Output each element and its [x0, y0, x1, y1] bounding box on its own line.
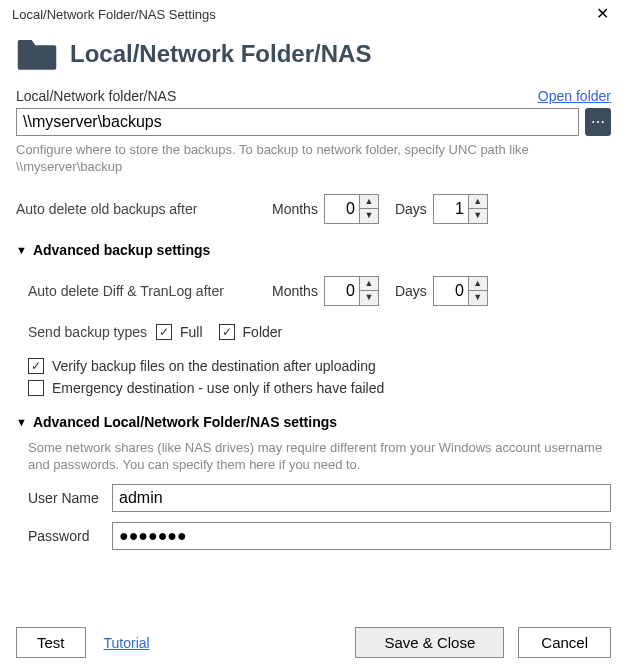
path-hint: Configure where to store the backups. To… — [16, 142, 611, 176]
full-checkbox[interactable]: ✓ — [156, 324, 172, 340]
dialog-header: Local/Network Folder/NAS — [0, 28, 627, 88]
send-types-label: Send backup types — [28, 324, 156, 340]
emergency-checkbox[interactable] — [28, 380, 44, 396]
password-label: Password — [28, 528, 112, 544]
diff-months-label: Months — [272, 283, 318, 299]
spin-up-icon[interactable]: ▲ — [469, 195, 487, 209]
advanced-backup-title: Advanced backup settings — [33, 242, 210, 258]
advanced-backup-toggle[interactable]: ▼ Advanced backup settings — [16, 242, 611, 258]
open-folder-link[interactable]: Open folder — [538, 88, 611, 104]
advanced-backup-section: ▼ Advanced backup settings Auto delete D… — [0, 242, 627, 396]
folder-icon — [16, 36, 58, 72]
path-input[interactable] — [16, 108, 579, 136]
folder-checkbox[interactable]: ✓ — [219, 324, 235, 340]
path-label: Local/Network folder/NAS — [16, 88, 176, 104]
verify-checkbox[interactable]: ✓ — [28, 358, 44, 374]
close-icon[interactable]: ✕ — [590, 4, 615, 24]
days-input[interactable] — [433, 194, 469, 224]
browse-button[interactable]: ⋯ — [585, 108, 611, 136]
test-button[interactable]: Test — [16, 627, 86, 658]
folder-label: Folder — [243, 324, 283, 340]
months-input[interactable] — [324, 194, 360, 224]
username-label: User Name — [28, 490, 112, 506]
emergency-label: Emergency destination - use only if othe… — [52, 380, 384, 396]
days-label: Days — [395, 201, 427, 217]
months-label: Months — [272, 201, 318, 217]
spin-down-icon[interactable]: ▼ — [360, 291, 378, 305]
chevron-down-icon: ▼ — [16, 244, 27, 256]
tutorial-link[interactable]: Tutorial — [104, 635, 150, 651]
diff-months-input[interactable] — [324, 276, 360, 306]
chevron-down-icon: ▼ — [16, 416, 27, 428]
diff-months-spinner[interactable]: ▲ ▼ — [324, 276, 379, 306]
spin-down-icon[interactable]: ▼ — [469, 209, 487, 223]
spin-down-icon[interactable]: ▼ — [469, 291, 487, 305]
spin-up-icon[interactable]: ▲ — [469, 277, 487, 291]
path-section: Local/Network folder/NAS Open folder ⋯ C… — [0, 88, 627, 176]
days-spinner[interactable]: ▲ ▼ — [433, 194, 488, 224]
username-input[interactable] — [112, 484, 611, 512]
verify-label: Verify backup files on the destination a… — [52, 358, 376, 374]
advanced-nas-section: ▼ Advanced Local/Network Folder/NAS sett… — [0, 414, 627, 550]
spin-up-icon[interactable]: ▲ — [360, 277, 378, 291]
diff-days-input[interactable] — [433, 276, 469, 306]
diff-days-spinner[interactable]: ▲ ▼ — [433, 276, 488, 306]
spin-down-icon[interactable]: ▼ — [360, 209, 378, 223]
ellipsis-icon: ⋯ — [591, 114, 605, 130]
password-input[interactable] — [112, 522, 611, 550]
cancel-button[interactable]: Cancel — [518, 627, 611, 658]
diff-label: Auto delete Diff & TranLog after — [28, 283, 256, 299]
months-spinner[interactable]: ▲ ▼ — [324, 194, 379, 224]
nas-hint: Some network shares (like NAS drives) ma… — [28, 440, 611, 474]
advanced-nas-toggle[interactable]: ▼ Advanced Local/Network Folder/NAS sett… — [16, 414, 611, 430]
spin-up-icon[interactable]: ▲ — [360, 195, 378, 209]
title-bar: Local/Network Folder/NAS Settings ✕ — [0, 0, 627, 28]
auto-delete-section: Auto delete old backups after Months ▲ ▼… — [0, 194, 627, 224]
diff-days-label: Days — [395, 283, 427, 299]
dialog-footer: Test Tutorial Save & Close Cancel — [16, 627, 611, 658]
window-title: Local/Network Folder/NAS Settings — [12, 7, 216, 22]
dialog-title: Local/Network Folder/NAS — [70, 40, 371, 68]
full-label: Full — [180, 324, 203, 340]
save-close-button[interactable]: Save & Close — [355, 627, 504, 658]
advanced-nas-title: Advanced Local/Network Folder/NAS settin… — [33, 414, 337, 430]
auto-delete-label: Auto delete old backups after — [16, 201, 256, 217]
